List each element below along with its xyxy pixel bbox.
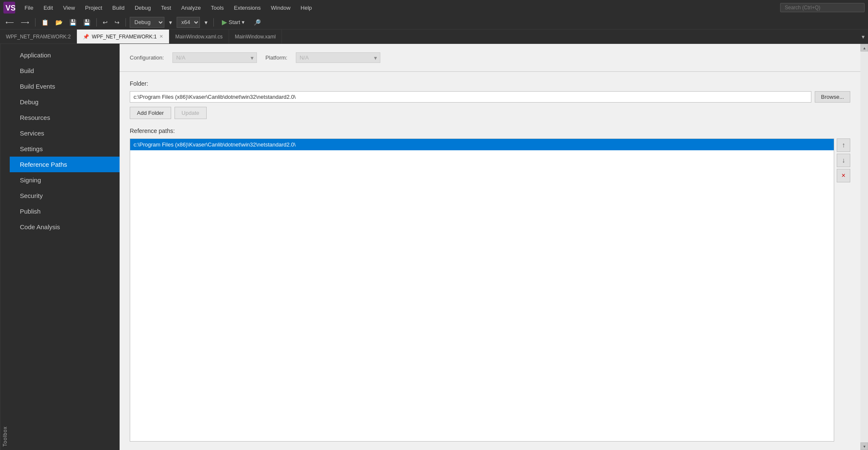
- sidebar-item-reference-paths[interactable]: Reference Paths: [10, 157, 120, 172]
- global-search-input[interactable]: [780, 3, 865, 12]
- sidebar-item-security[interactable]: Security: [10, 188, 120, 203]
- tab-bar: WPF_NET_FRAMEWORK:2 📌 WPF_NET_FRAMEWORK:…: [0, 30, 868, 44]
- tab-overflow-button[interactable]: ▾: [858, 30, 868, 43]
- vs-logo-icon: VS: [3, 2, 15, 14]
- action-row: Add Folder Update: [130, 107, 850, 119]
- nav-back-button[interactable]: ⟵: [3, 18, 16, 27]
- redo-button[interactable]: ↪: [112, 18, 122, 27]
- menu-edit[interactable]: Edit: [39, 3, 57, 13]
- tab-mainwindow-xaml[interactable]: MainWindow.xaml: [229, 30, 282, 43]
- sidebar-item-publish[interactable]: Publish: [10, 203, 120, 219]
- reference-paths-list: c:\Program Files (x86)\Kvaser\Canlib\dot…: [130, 138, 834, 442]
- start-dropdown-icon: ▾: [242, 19, 245, 25]
- configuration-select-wrapper: N/A: [172, 52, 257, 63]
- play-icon: ▶: [222, 18, 227, 26]
- new-project-button[interactable]: 📋: [39, 18, 51, 27]
- sidebar-item-build[interactable]: Build: [10, 63, 120, 79]
- sidebar-item-resources[interactable]: Resources: [10, 110, 120, 125]
- toolbox-label[interactable]: Toolbox: [0, 44, 10, 450]
- content-area: Configuration: N/A Platform: N/A: [120, 44, 868, 450]
- configuration-dropdown[interactable]: N/A: [172, 52, 257, 63]
- menu-analyze[interactable]: Analyze: [177, 3, 205, 13]
- platform-label: Platform:: [265, 54, 287, 61]
- move-down-button[interactable]: ↓: [837, 154, 850, 167]
- platform-select[interactable]: x64 x86: [177, 17, 200, 28]
- tab-mainwindow-xaml-label: MainWindow.xaml: [235, 34, 276, 40]
- app-window: VS File Edit View Project Build Debug Te…: [0, 0, 868, 450]
- menu-help[interactable]: Help: [296, 3, 316, 13]
- menu-test[interactable]: Test: [157, 3, 175, 13]
- menu-tools[interactable]: Tools: [207, 3, 228, 13]
- menu-window[interactable]: Window: [267, 3, 295, 13]
- sidebar-item-settings[interactable]: Settings: [10, 141, 120, 157]
- tab-mainwindow-cs-label: MainWindow.xaml.cs: [175, 34, 223, 40]
- folder-row: Browse...: [130, 91, 850, 103]
- tab-wpf-1-close[interactable]: ✕: [159, 34, 163, 39]
- panel-scrollbar: ▴ ▾: [860, 44, 868, 450]
- menu-bar: VS File Edit View Project Build Debug Te…: [0, 0, 868, 15]
- menu-file[interactable]: File: [20, 3, 38, 13]
- sidebar-item-application[interactable]: Application: [10, 47, 120, 63]
- sidebar-item-build-events[interactable]: Build Events: [10, 79, 120, 94]
- folder-label: Folder:: [130, 80, 850, 87]
- tab-wpf-1[interactable]: 📌 WPF_NET_FRAMEWORK:1 ✕: [77, 30, 169, 43]
- sidebar-item-signing[interactable]: Signing: [10, 172, 120, 188]
- platform-select-wrapper: N/A: [296, 52, 380, 63]
- browse-button[interactable]: Browse...: [815, 91, 850, 103]
- folder-input[interactable]: [130, 91, 811, 103]
- ref-path-item-0[interactable]: c:\Program Files (x86)\Kvaser\Canlib\dot…: [130, 139, 834, 150]
- menu-project[interactable]: Project: [81, 3, 106, 13]
- sidebar-item-code-analysis[interactable]: Code Analysis: [10, 219, 120, 235]
- open-button[interactable]: 📂: [53, 18, 65, 27]
- content-panel: Configuration: N/A Platform: N/A: [120, 44, 860, 450]
- config-divider: [120, 71, 860, 72]
- menu-view[interactable]: View: [59, 3, 79, 13]
- panel-scroll-up[interactable]: ▴: [860, 44, 868, 52]
- toolbar-sep-4: [213, 18, 214, 27]
- undo-button[interactable]: ↩: [101, 18, 110, 27]
- sidebar: Application Build Build Events Debug Res…: [10, 44, 120, 450]
- config-row: Configuration: N/A Platform: N/A: [130, 52, 850, 63]
- update-button[interactable]: Update: [175, 107, 207, 119]
- panel-scroll-down[interactable]: ▾: [860, 442, 868, 450]
- sidebar-item-debug[interactable]: Debug: [10, 94, 120, 110]
- menu-debug[interactable]: Debug: [131, 3, 155, 13]
- toolbar: ⟵ ⟶ 📋 📂 💾 💾 ↩ ↪ Debug Release ▾ x64 x86 …: [0, 15, 868, 30]
- attach-button[interactable]: 🔎: [251, 18, 263, 27]
- save-button[interactable]: 💾: [67, 18, 79, 27]
- tab-pin-icon: 📌: [83, 34, 89, 40]
- start-button[interactable]: ▶ Start ▾: [218, 17, 249, 27]
- save-all-button[interactable]: 💾: [81, 18, 93, 27]
- toolbar-sep-3: [126, 18, 126, 27]
- tab-wpf-2[interactable]: WPF_NET_FRAMEWORK:2: [0, 30, 77, 43]
- platform-dropdown-button[interactable]: ▾: [202, 18, 210, 27]
- main-area: Toolbox Application Build Build Events D…: [0, 44, 868, 450]
- add-folder-button[interactable]: Add Folder: [130, 107, 171, 119]
- menu-extensions[interactable]: Extensions: [229, 3, 265, 13]
- configuration-select[interactable]: Debug Release: [130, 17, 164, 28]
- nav-forward-button[interactable]: ⟶: [19, 18, 31, 27]
- tab-wpf-2-label: WPF_NET_FRAMEWORK:2: [6, 34, 71, 40]
- menu-build[interactable]: Build: [108, 3, 129, 13]
- toolbar-sep-1: [35, 18, 35, 27]
- config-dropdown-button[interactable]: ▾: [167, 18, 174, 27]
- move-up-button[interactable]: ↑: [837, 138, 850, 152]
- tab-mainwindow-cs[interactable]: MainWindow.xaml.cs: [169, 30, 229, 43]
- tab-wpf-1-label: WPF_NET_FRAMEWORK:1: [92, 34, 156, 40]
- svg-text:VS: VS: [5, 4, 15, 12]
- delete-button[interactable]: ×: [837, 169, 850, 182]
- sidebar-item-services[interactable]: Services: [10, 125, 120, 141]
- configuration-label: Configuration:: [130, 54, 164, 61]
- toolbar-sep-2: [96, 18, 97, 27]
- platform-dropdown[interactable]: N/A: [296, 52, 380, 63]
- reference-paths-label: Reference paths:: [130, 127, 850, 134]
- start-label: Start: [229, 19, 240, 25]
- reference-paths-container: c:\Program Files (x86)\Kvaser\Canlib\dot…: [130, 138, 850, 442]
- ref-paths-buttons: ↑ ↓ ×: [837, 138, 850, 442]
